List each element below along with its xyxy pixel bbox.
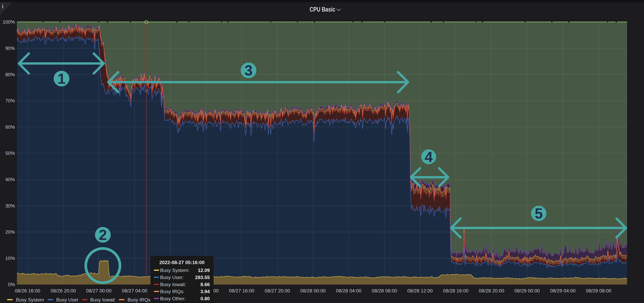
svg-text:08/28 08:00: 08/28 08:00: [372, 288, 397, 293]
svg-text:30%: 30%: [5, 203, 15, 208]
svg-text:283.55: 283.55: [195, 275, 210, 280]
svg-text:08/27 00:00: 08/27 00:00: [86, 288, 112, 293]
svg-text:5: 5: [534, 205, 543, 222]
svg-text:Busy System:: Busy System:: [160, 268, 190, 273]
svg-text:Busy System: Busy System: [16, 297, 44, 302]
svg-text:i: i: [2, 3, 4, 10]
svg-text:08/27 04:00: 08/27 04:00: [122, 288, 147, 293]
svg-text:8.66: 8.66: [200, 282, 210, 287]
svg-text:CPU Basic: CPU Basic: [310, 6, 335, 13]
svg-text:50%: 50%: [5, 150, 15, 156]
svg-text:90%: 90%: [5, 46, 15, 51]
svg-text:60%: 60%: [5, 124, 15, 130]
svg-text:2: 2: [99, 227, 107, 243]
svg-text:70%: 70%: [5, 98, 15, 103]
svg-text:Busy User:: Busy User:: [160, 275, 184, 280]
svg-text:80%: 80%: [5, 72, 15, 77]
svg-text:2022-08-27 05:16:00: 2022-08-27 05:16:00: [159, 260, 204, 265]
svg-text:08/28 16:00: 08/28 16:00: [443, 288, 468, 293]
svg-text:08/28 00:00: 08/28 00:00: [300, 288, 326, 293]
svg-text:10%: 10%: [5, 256, 15, 261]
svg-text:4: 4: [424, 149, 432, 165]
svg-text:08/28 12:00: 08/28 12:00: [407, 288, 432, 293]
svg-text:Busy Iowait: Busy Iowait: [90, 297, 115, 302]
svg-text:08/28 04:00: 08/28 04:00: [336, 288, 361, 293]
svg-text:100%: 100%: [2, 19, 15, 24]
svg-text:08/26 16:00: 08/26 16:00: [15, 288, 40, 293]
svg-text:Busy User: Busy User: [56, 297, 78, 302]
svg-text:Busy Iowait:: Busy Iowait:: [160, 282, 186, 287]
svg-text:08/27 16:00: 08/27 16:00: [229, 288, 254, 293]
svg-text:0%: 0%: [8, 282, 15, 287]
svg-text:08/26 20:00: 08/26 20:00: [50, 288, 76, 293]
svg-text:12.09: 12.09: [198, 268, 210, 273]
svg-text:08/29 00:00: 08/29 00:00: [514, 288, 540, 293]
svg-text:Busy Other:: Busy Other:: [160, 296, 186, 301]
svg-text:0.80: 0.80: [200, 296, 210, 301]
svg-text:Busy IRQs:: Busy IRQs:: [160, 289, 184, 294]
svg-text:20%: 20%: [5, 229, 15, 234]
svg-text:1: 1: [57, 70, 66, 87]
svg-text:08/29 04:00: 08/29 04:00: [550, 288, 576, 293]
svg-text:08/28 20:00: 08/28 20:00: [479, 288, 504, 293]
svg-text:Busy IRQs: Busy IRQs: [128, 297, 150, 302]
svg-text:3.94: 3.94: [200, 289, 210, 294]
svg-text:08/29 08:00: 08/29 08:00: [586, 288, 611, 293]
svg-text:08/27 20:00: 08/27 20:00: [265, 288, 290, 293]
svg-text:3: 3: [244, 62, 252, 78]
svg-text:40%: 40%: [5, 177, 15, 182]
